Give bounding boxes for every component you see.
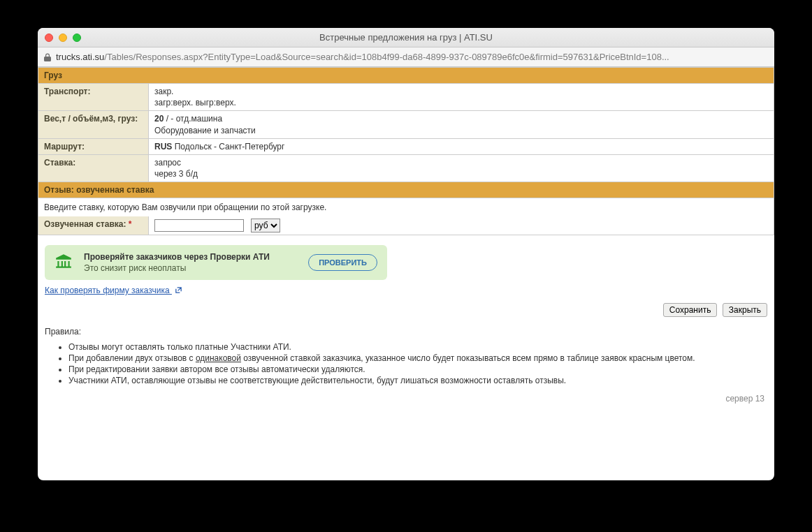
- table-row: Озвученная ставка: * руб: [38, 216, 774, 235]
- close-window-icon[interactable]: [45, 34, 53, 42]
- titlebar: Встречные предложения на груз | ATI.SU: [38, 28, 774, 47]
- banner-title: Проверяйте заказчиков через Проверки АТИ: [84, 252, 297, 262]
- banner-wrap: Проверяйте заказчиков через Проверки АТИ…: [38, 235, 774, 286]
- instruction-text: Введите ставку, которую Вам озвучили при…: [38, 198, 774, 216]
- rate-input-label: Озвученная ставка: *: [38, 216, 149, 235]
- rate-label: Ставка:: [38, 154, 149, 182]
- close-button[interactable]: Закрыть: [723, 303, 767, 317]
- cargo-info-table: Транспорт: закр. загр:верх. выгр:верх. В…: [38, 84, 774, 182]
- section-header-cargo: Груз: [38, 67, 774, 84]
- table-row: Маршрут: RUS Подольск - Санкт-Петербург: [38, 138, 774, 154]
- window-controls: [45, 34, 81, 42]
- url-bar[interactable]: trucks.ati.su/Tables/Responses.aspx?Enti…: [38, 47, 774, 67]
- banner-text: Проверяйте заказчиков через Проверки АТИ…: [84, 252, 297, 273]
- save-button[interactable]: Сохранить: [663, 303, 718, 317]
- minimize-window-icon[interactable]: [59, 34, 67, 42]
- weight-label: Вес,т / объём,м3, груз:: [38, 111, 149, 138]
- maximize-window-icon[interactable]: [73, 34, 81, 42]
- banner-subtitle: Это снизит риск неоплаты: [84, 263, 297, 273]
- check-button[interactable]: ПРОВЕРИТЬ: [308, 254, 377, 271]
- bank-icon: [55, 253, 73, 273]
- browser-window: Встречные предложения на груз | ATI.SU t…: [38, 28, 774, 480]
- table-row: Транспорт: закр. загр:верх. выгр:верх.: [38, 84, 774, 111]
- rate-input-cell: руб: [149, 216, 774, 235]
- currency-select[interactable]: руб: [251, 219, 280, 232]
- transport-label: Транспорт:: [38, 84, 149, 111]
- url-host: trucks.ati.su: [56, 52, 104, 62]
- rate-input[interactable]: [154, 219, 244, 232]
- server-label: сервер 13: [38, 387, 774, 411]
- url-path: /Tables/Responses.aspx?EntityType=Load&S…: [104, 52, 669, 62]
- how-to-check-link[interactable]: Как проверять фирму заказчика: [45, 286, 172, 295]
- list-item: Отзывы могут оставлять только платные Уч…: [68, 342, 767, 352]
- rules-block: Правила: Отзывы могут оставлять только п…: [38, 323, 774, 385]
- check-banner: Проверяйте заказчиков через Проверки АТИ…: [45, 245, 387, 280]
- rules-title: Правила:: [45, 327, 767, 337]
- rate-input-table: Озвученная ставка: * руб: [38, 216, 774, 235]
- required-mark: *: [129, 219, 132, 229]
- window-title: Встречные предложения на груз | ATI.SU: [38, 32, 774, 43]
- list-item: Участники АТИ, оставляющие отзывы не соо…: [68, 376, 767, 385]
- page-content: Груз Транспорт: закр. загр:верх. выгр:ве…: [38, 67, 774, 411]
- rules-list: Отзывы могут оставлять только платные Уч…: [68, 342, 767, 385]
- rate-value: запрос через 3 б/д: [149, 154, 774, 182]
- table-row: Ставка: запрос через 3 б/д: [38, 154, 774, 182]
- route-label: Маршрут:: [38, 138, 149, 154]
- route-value: RUS Подольск - Санкт-Петербург: [149, 138, 774, 154]
- lock-icon: [43, 52, 52, 62]
- how-to-check-link-wrap: Как проверять фирму заказчика: [38, 286, 774, 303]
- table-row: Вес,т / объём,м3, груз: 20 / - отд.машин…: [38, 111, 774, 138]
- section-header-feedback: Отзыв: озвученная ставка: [38, 182, 774, 198]
- list-item: При добавлении двух отзывов с одинаковой…: [68, 353, 767, 363]
- list-item: При редактировании заявки автором все от…: [68, 364, 767, 374]
- url-text: trucks.ati.su/Tables/Responses.aspx?Enti…: [56, 52, 769, 62]
- external-link-icon: [175, 286, 182, 296]
- transport-value: закр. загр:верх. выгр:верх.: [149, 84, 774, 111]
- weight-value: 20 / - отд.машина Оборудование и запчаст…: [149, 111, 774, 138]
- action-buttons: Сохранить Закрыть: [38, 303, 774, 323]
